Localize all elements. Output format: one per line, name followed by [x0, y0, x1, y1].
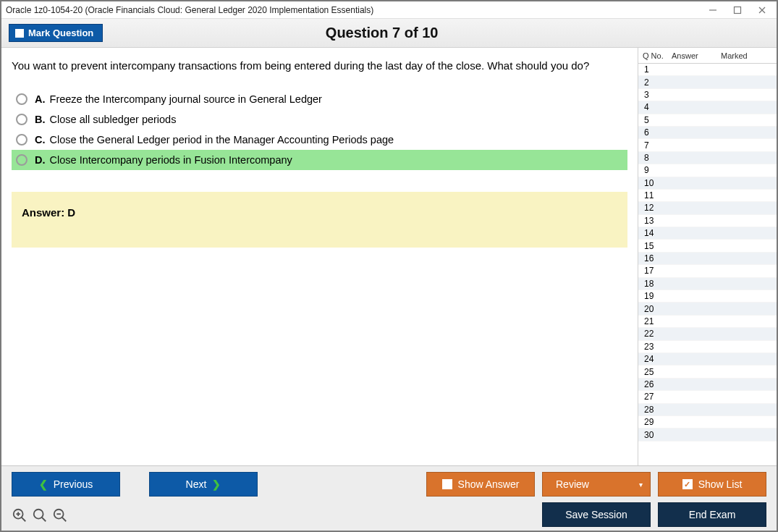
save-session-label: Save Session	[565, 509, 627, 520]
question-list-row[interactable]: 16	[638, 253, 777, 265]
question-list-panel: Q No. Answer Marked 12345678910111213141…	[638, 48, 777, 465]
question-list-row[interactable]: 30	[638, 428, 777, 441]
chevron-down-icon: ▾	[639, 481, 643, 489]
save-session-button[interactable]: Save Session	[542, 502, 651, 527]
qno-cell: 20	[638, 304, 672, 314]
radio-icon[interactable]	[16, 93, 28, 105]
question-list-row[interactable]: 20	[638, 303, 777, 315]
mark-question-button[interactable]: Mark Question	[9, 24, 103, 42]
option-row-b[interactable]: B. Close all subledger periods	[12, 109, 627, 130]
zoom-out-icon[interactable]	[52, 507, 68, 523]
qno-cell: 25	[638, 367, 672, 377]
radio-icon[interactable]	[16, 134, 28, 145]
window-title: Oracle 1z0-1054-20 (Oracle Financials Cl…	[6, 5, 707, 15]
option-text: Close all subledger periods	[50, 114, 177, 125]
option-row-a[interactable]: A. Freeze the Intercompany journal sourc…	[12, 89, 627, 109]
checkbox-icon	[442, 479, 452, 489]
qno-cell: 5	[638, 115, 672, 125]
app-window: Oracle 1z0-1054-20 (Oracle Financials Cl…	[0, 0, 778, 532]
qno-cell: 29	[638, 417, 672, 427]
option-row-d[interactable]: D. Close Intercompany periods in Fusion …	[12, 150, 627, 170]
question-list-row[interactable]: 4	[638, 101, 777, 114]
zoom-reset-icon[interactable]	[32, 507, 48, 523]
bottom-bar: ❮ Previous Next ❯ Show Answer Review ▾ ✓…	[1, 465, 777, 531]
question-list-row[interactable]: 7	[638, 139, 777, 151]
mark-question-label: Mark Question	[28, 28, 93, 38]
question-list-row[interactable]: 19	[638, 290, 777, 303]
question-list-row[interactable]: 24	[638, 353, 777, 366]
radio-icon[interactable]	[16, 154, 28, 166]
qno-cell: 8	[638, 153, 672, 163]
main-area: You want to prevent intercompany transac…	[1, 48, 777, 465]
next-button[interactable]: Next ❯	[149, 472, 258, 497]
show-list-button[interactable]: ✓ Show List	[658, 472, 766, 497]
question-list-row[interactable]: 27	[638, 391, 777, 403]
chevron-right-icon: ❯	[212, 478, 221, 490]
question-list-row[interactable]: 15	[638, 240, 777, 252]
question-list-row[interactable]: 6	[638, 127, 777, 139]
qno-cell: 21	[638, 316, 672, 326]
svg-line-11	[62, 518, 67, 522]
question-list-row[interactable]: 12	[638, 202, 777, 214]
review-button[interactable]: Review ▾	[542, 472, 651, 497]
question-list-row[interactable]: 8	[638, 152, 777, 164]
chevron-left-icon: ❮	[39, 478, 48, 490]
qno-cell: 26	[638, 379, 672, 389]
qno-cell: 30	[638, 430, 672, 440]
close-icon[interactable]	[756, 4, 768, 16]
question-list-row[interactable]: 25	[638, 366, 777, 378]
question-list-row[interactable]: 10	[638, 177, 777, 190]
answer-panel: Answer: D	[12, 192, 627, 248]
question-text: You want to prevent intercompany transac…	[12, 58, 627, 73]
maximize-icon[interactable]	[732, 4, 743, 16]
question-list-row[interactable]: 14	[638, 227, 777, 240]
qno-cell: 14	[638, 228, 672, 238]
option-row-c[interactable]: C. Close the General Ledger period in th…	[12, 130, 627, 150]
question-list-row[interactable]: 11	[638, 190, 777, 202]
header-bar: Mark Question Question 7 of 10	[1, 19, 777, 48]
question-list-row[interactable]: 1	[638, 64, 777, 76]
col-qno: Q No.	[638, 51, 672, 60]
show-answer-button[interactable]: Show Answer	[426, 472, 535, 497]
question-list-rows[interactable]: 1234567891011121314151617181920212223242…	[638, 64, 777, 465]
previous-button[interactable]: ❮ Previous	[12, 472, 120, 497]
question-list-row[interactable]: 5	[638, 114, 777, 127]
qno-cell: 17	[638, 266, 672, 276]
question-list-row[interactable]: 26	[638, 379, 777, 391]
end-exam-button[interactable]: End Exam	[658, 502, 766, 527]
qno-cell: 7	[638, 140, 672, 151]
svg-rect-1	[735, 7, 741, 13]
question-list-row[interactable]: 13	[638, 215, 777, 227]
question-list-row[interactable]: 17	[638, 265, 777, 277]
option-letter: B.	[35, 114, 46, 125]
qno-cell: 28	[638, 405, 672, 415]
qno-cell: 12	[638, 203, 672, 213]
question-list-row[interactable]: 2	[638, 76, 777, 88]
title-bar: Oracle 1z0-1054-20 (Oracle Financials Cl…	[1, 1, 777, 19]
checkbox-checked-icon: ✓	[682, 479, 693, 489]
zoom-in-icon[interactable]	[12, 507, 28, 523]
col-answer: Answer	[672, 51, 721, 60]
question-list-row[interactable]: 9	[638, 164, 777, 177]
option-letter: A.	[35, 93, 46, 105]
radio-icon[interactable]	[16, 114, 28, 125]
qno-cell: 19	[638, 291, 672, 301]
svg-point-8	[34, 510, 43, 519]
question-list-row[interactable]: 21	[638, 316, 777, 328]
question-list-row[interactable]: 3	[638, 89, 777, 101]
qno-cell: 13	[638, 216, 672, 226]
svg-line-5	[22, 518, 26, 522]
question-list-row[interactable]: 23	[638, 341, 777, 353]
question-list-row[interactable]: 28	[638, 404, 777, 416]
previous-label: Previous	[54, 478, 93, 490]
qno-cell: 2	[638, 77, 672, 88]
zoom-controls	[12, 506, 68, 523]
review-label: Review	[556, 478, 589, 490]
question-list-row[interactable]: 18	[638, 278, 777, 290]
qno-cell: 23	[638, 342, 672, 352]
minimize-icon[interactable]	[707, 4, 719, 16]
next-label: Next	[186, 478, 207, 490]
question-list-row[interactable]: 29	[638, 416, 777, 428]
question-list-row[interactable]: 22	[638, 328, 777, 340]
option-letter: C.	[35, 134, 46, 145]
